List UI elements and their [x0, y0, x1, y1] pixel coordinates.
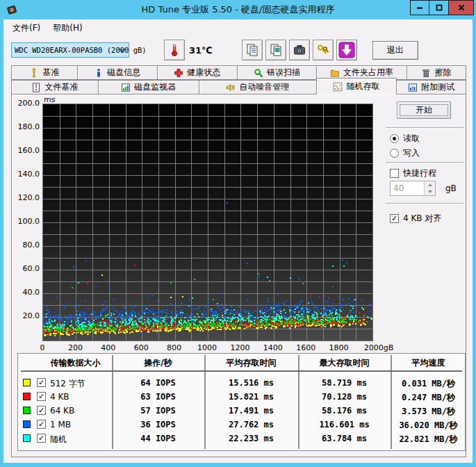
tab-label: 文件夹占用率	[343, 67, 393, 79]
close-icon	[457, 3, 466, 12]
tab-label: 擦除	[434, 67, 451, 79]
tab-label: 错误扫描	[267, 67, 300, 79]
separator	[386, 127, 463, 129]
tab-row-1: 基准 磁盘信息 健康状态 错误扫描 文件夹占用率	[11, 65, 466, 80]
ops-value: 36 IOPS	[112, 420, 204, 429]
series-color-swatch	[23, 420, 31, 428]
tab-disk-info[interactable]: 磁盘信息	[78, 65, 158, 80]
series-checkbox[interactable]: ✓	[37, 406, 46, 415]
drive-select[interactable]: WDC WD20EARX-00PASB0 (2000 gB)	[11, 42, 129, 58]
exclamation-icon	[29, 68, 39, 78]
tab-extra-tests[interactable]: 附加测试	[397, 80, 466, 95]
align-4kb-option[interactable]: ✓ 4 KB 对齐	[390, 213, 441, 224]
maximize-button[interactable]	[429, 0, 449, 15]
scatter-dots-icon	[333, 82, 343, 92]
register-button[interactable]	[313, 40, 334, 60]
avg-speed-value: 0.247 MB/秒	[391, 392, 466, 404]
tab-disk-monitor[interactable]: 磁盘监视器	[99, 80, 199, 95]
start-button[interactable]: 开始	[397, 101, 451, 119]
folder-icon	[330, 68, 340, 78]
y-tick-label: 140.0	[12, 170, 40, 179]
x-tick-label: 800	[167, 343, 181, 352]
y-tick-label: 100.0	[12, 217, 40, 226]
series-color-swatch	[23, 407, 31, 414]
y-tick-label: 160.0	[12, 146, 40, 155]
tab-random-access[interactable]: 随机存取	[317, 78, 397, 95]
file-benchmark-icon	[31, 83, 41, 92]
tab-error-scan[interactable]: 错误扫描	[238, 65, 318, 80]
x-tick-label: 1200	[230, 343, 249, 352]
info-icon	[94, 68, 104, 78]
update-button[interactable]	[336, 40, 357, 60]
x-tick-label: 400	[101, 343, 115, 352]
read-option[interactable]: 读取	[390, 133, 420, 145]
col-header-ops: 操作/秒	[112, 357, 204, 369]
window-title: HD Tune 专业版 5.50 - 硬盘/固态硬盘实用程序	[0, 3, 476, 16]
tab-file-benchmark[interactable]: 文件基准	[11, 80, 99, 95]
short-stroke-option[interactable]: 快捷行程	[390, 167, 436, 179]
tab-benchmark[interactable]: 基准	[11, 65, 78, 80]
align-4kb-label: 4 KB 对齐	[403, 213, 441, 224]
checkbox-checked-icon: ✓	[390, 214, 399, 223]
tab-aam[interactable]: 自动噪音管理	[199, 80, 317, 95]
menu-bar: 文件(F) 帮助(H)	[3, 19, 473, 36]
tab-health[interactable]: 健康状态	[158, 65, 238, 80]
max-access-value: 58.719 ms	[298, 378, 391, 388]
y-tick-label: 60.0	[12, 264, 40, 273]
tab-strip: 基准 磁盘信息 健康状态 错误扫描 文件夹占用率	[11, 65, 466, 95]
close-button[interactable]	[449, 0, 474, 15]
tab-row-2: 文件基准 磁盘监视器 自动噪音管理 随机存取 附加测试	[11, 80, 466, 95]
chevron-down-icon	[119, 48, 126, 53]
random-access-page: ms 20.040.060.080.0100.0120.0140.0160.01…	[11, 94, 466, 457]
x-tick-label: 1000	[197, 343, 217, 352]
series-checkbox[interactable]: ✓	[37, 420, 46, 429]
short-stroke-spinner[interactable]: 40	[390, 181, 436, 196]
write-option[interactable]: 写入	[390, 147, 420, 159]
avg-speed-value: 3.573 MB/秒	[391, 406, 466, 418]
exit-button[interactable]: 退出	[372, 41, 418, 60]
focus-rectangle	[400, 104, 448, 116]
x-tick-label: 1800	[329, 343, 349, 352]
tab-erase[interactable]: 擦除	[407, 65, 466, 80]
col-header-avg: 平均存取时间	[204, 357, 298, 369]
col-header-max: 最大存取时间	[298, 357, 391, 369]
spinner-up-button[interactable]	[425, 181, 435, 188]
max-access-value: 58.176 ms	[298, 406, 391, 416]
tab-label: 磁盘信息	[107, 67, 140, 79]
y-tick-label: 120.0	[12, 193, 40, 202]
maximize-icon	[435, 3, 443, 12]
tab-label: 文件基准	[44, 81, 78, 93]
speaker-icon	[226, 83, 236, 92]
x-tick-label: 600	[134, 343, 149, 352]
checkbox-unchecked-icon	[390, 169, 399, 178]
spinner-down-button[interactable]	[425, 188, 435, 195]
y-tick-label: 40.0	[12, 288, 40, 297]
tab-label: 随机存取	[346, 81, 379, 92]
avg-speed-value: 0.031 MB/秒	[391, 378, 466, 390]
copy-image-button[interactable]	[265, 40, 286, 60]
plot-frame	[42, 104, 373, 341]
screenshot-button[interactable]	[289, 40, 310, 60]
minimize-button[interactable]	[410, 0, 429, 15]
table-row: ✓ 4 KB 63 IOPS 15.821 ms 70.128 ms 0.247…	[18, 390, 465, 404]
copy-text-button[interactable]	[242, 40, 263, 60]
y-tick-label: 80.0	[12, 240, 40, 249]
series-checkbox[interactable]: ✓	[37, 392, 46, 401]
avg-access-value: 27.762 ms	[204, 420, 298, 429]
menu-help[interactable]: 帮助(H)	[47, 20, 88, 36]
series-checkbox[interactable]: ✓	[37, 434, 46, 443]
extra-tests-icon	[408, 83, 418, 92]
x-tick-label: 0	[40, 343, 45, 352]
short-stroke-unit: gB	[445, 183, 457, 193]
tab-label: 自动噪音管理	[239, 81, 289, 93]
temperature-button[interactable]	[164, 40, 185, 60]
series-color-swatch	[23, 393, 31, 400]
triangle-up-icon	[428, 183, 432, 186]
series-checkbox[interactable]: ✓	[37, 378, 46, 387]
camera-icon	[293, 43, 306, 57]
table-row: ✓ 1 MB 36 IOPS 27.762 ms 116.601 ms 36.0…	[18, 418, 465, 432]
radio-unselected-icon	[390, 149, 399, 158]
col-header-speed: 平均速度	[391, 357, 466, 369]
menu-file[interactable]: 文件(F)	[6, 20, 47, 36]
header-divider	[21, 370, 462, 372]
